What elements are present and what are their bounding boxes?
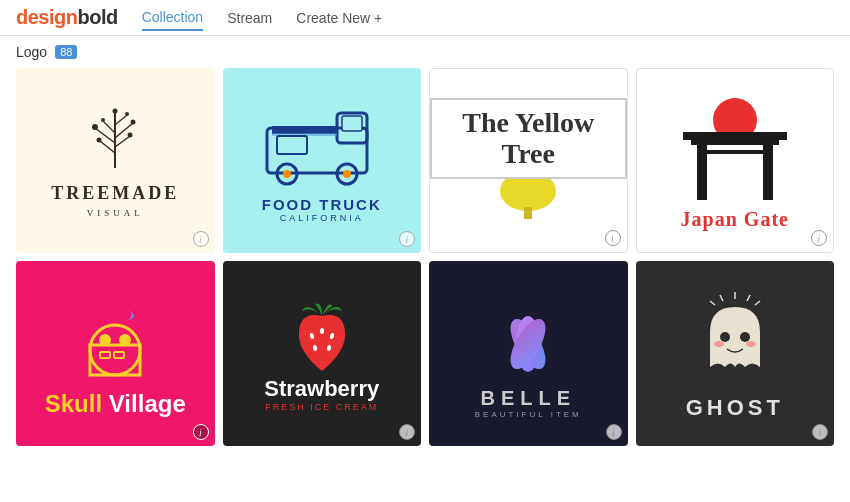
svg-rect-37 bbox=[100, 352, 110, 358]
foodtruck-content: FOOD TRUCK CALIFORNIA bbox=[257, 98, 387, 223]
nav-create-new[interactable]: Create New + bbox=[296, 6, 382, 30]
card-strawberry[interactable]: Strawberry FRESH ICE CREAM i bbox=[223, 261, 422, 446]
svg-point-55 bbox=[746, 341, 756, 347]
logo: designbold bbox=[16, 6, 118, 29]
svg-line-1 bbox=[100, 141, 115, 153]
svg-point-54 bbox=[714, 341, 724, 347]
treemade-title: TREEMADE bbox=[51, 183, 179, 204]
category-title: Logo bbox=[16, 44, 47, 60]
svg-point-21 bbox=[343, 170, 351, 178]
svg-line-51 bbox=[755, 301, 760, 305]
yellowtree-title: The Yellow Tree bbox=[430, 98, 627, 180]
foodtruck-subtitle: CALIFORNIA bbox=[280, 213, 364, 223]
svg-rect-29 bbox=[691, 140, 779, 145]
japan-gate-icon bbox=[675, 90, 795, 200]
svg-line-50 bbox=[710, 301, 715, 305]
info-icon-ghost[interactable]: i bbox=[812, 424, 828, 440]
yellowtree-content: The Yellow Tree bbox=[430, 98, 627, 224]
strawberry-icon bbox=[287, 296, 357, 376]
svg-rect-34 bbox=[90, 345, 140, 375]
logo-grid: TREEMADE VISUAL i bbox=[0, 68, 850, 462]
svg-rect-17 bbox=[342, 116, 362, 131]
belle-title: BELLE bbox=[480, 387, 576, 410]
svg-line-7 bbox=[115, 115, 127, 125]
header: designbold Collection Stream Create New … bbox=[0, 0, 850, 36]
ghost-title: GHOST bbox=[686, 395, 784, 421]
japan-content: Japan Gate bbox=[675, 90, 795, 231]
info-icon-belle[interactable]: i bbox=[606, 424, 622, 440]
foodtruck-title: FOOD TRUCK bbox=[262, 196, 382, 213]
treemade-tree-icon bbox=[75, 103, 155, 173]
svg-line-49 bbox=[747, 295, 750, 301]
belle-subtitle: BEAUTIFUL ITEM bbox=[475, 410, 582, 419]
svg-rect-24 bbox=[277, 136, 307, 154]
skull-village-title: Skull Village bbox=[45, 390, 186, 418]
svg-line-48 bbox=[720, 295, 723, 301]
skull-content: Skull Village bbox=[45, 290, 186, 418]
svg-point-35 bbox=[99, 334, 111, 346]
svg-point-8 bbox=[92, 124, 98, 130]
svg-rect-33 bbox=[90, 325, 140, 375]
card-foodtruck[interactable]: FOOD TRUCK CALIFORNIA i bbox=[223, 68, 422, 253]
svg-rect-32 bbox=[705, 150, 765, 154]
info-icon-treemade[interactable]: i bbox=[193, 231, 209, 247]
card-yellowtree[interactable]: The Yellow Tree i bbox=[429, 68, 628, 253]
japan-title: Japan Gate bbox=[681, 208, 789, 231]
svg-line-2 bbox=[115, 136, 130, 147]
foodtruck-icon bbox=[257, 98, 387, 188]
svg-point-36 bbox=[119, 334, 131, 346]
svg-point-52 bbox=[720, 332, 730, 342]
nav-stream[interactable]: Stream bbox=[227, 6, 272, 30]
svg-rect-22 bbox=[272, 126, 337, 134]
svg-point-12 bbox=[101, 118, 105, 122]
info-icon-yellowtree[interactable]: i bbox=[605, 230, 621, 246]
strawberry-subtitle: FRESH ICE CREAM bbox=[265, 402, 378, 412]
yellowtree-icon bbox=[498, 179, 558, 219]
svg-point-40 bbox=[320, 328, 324, 334]
svg-point-9 bbox=[128, 133, 133, 138]
strawberry-content: Strawberry FRESH ICE CREAM bbox=[264, 296, 379, 412]
count-badge: 88 bbox=[55, 45, 77, 59]
svg-point-13 bbox=[125, 112, 129, 116]
ghost-content: GHOST bbox=[686, 287, 784, 421]
info-icon-japan[interactable]: i bbox=[811, 230, 827, 246]
svg-point-14 bbox=[113, 109, 118, 114]
svg-line-6 bbox=[103, 121, 115, 133]
card-treemade[interactable]: TREEMADE VISUAL i bbox=[16, 68, 215, 253]
svg-point-19 bbox=[283, 170, 291, 178]
info-icon-foodtruck[interactable]: i bbox=[399, 231, 415, 247]
belle-content: BELLE BEAUTIFUL ITEM bbox=[475, 289, 582, 419]
info-icon-strawberry[interactable]: i bbox=[399, 424, 415, 440]
svg-rect-26 bbox=[524, 207, 532, 219]
svg-point-53 bbox=[740, 332, 750, 342]
info-icon-skull[interactable]: i bbox=[193, 424, 209, 440]
card-japan[interactable]: Japan Gate i bbox=[636, 68, 835, 253]
svg-point-11 bbox=[131, 120, 136, 125]
svg-point-10 bbox=[97, 138, 102, 143]
svg-point-25 bbox=[500, 179, 556, 211]
skull-icon bbox=[70, 290, 160, 390]
belle-icon bbox=[483, 289, 573, 379]
sub-header: Logo 88 bbox=[0, 36, 850, 68]
treemade-content: TREEMADE VISUAL bbox=[51, 103, 179, 218]
treemade-subtitle: VISUAL bbox=[87, 208, 144, 218]
svg-rect-28 bbox=[683, 132, 787, 140]
card-skull[interactable]: Skull Village i bbox=[16, 261, 215, 446]
svg-rect-38 bbox=[114, 352, 124, 358]
ghost-icon bbox=[695, 287, 775, 387]
nav-collection[interactable]: Collection bbox=[142, 5, 203, 31]
card-belle[interactable]: BELLE BEAUTIFUL ITEM i bbox=[429, 261, 628, 446]
card-ghost[interactable]: GHOST i bbox=[636, 261, 835, 446]
strawberry-title: Strawberry bbox=[264, 376, 379, 402]
